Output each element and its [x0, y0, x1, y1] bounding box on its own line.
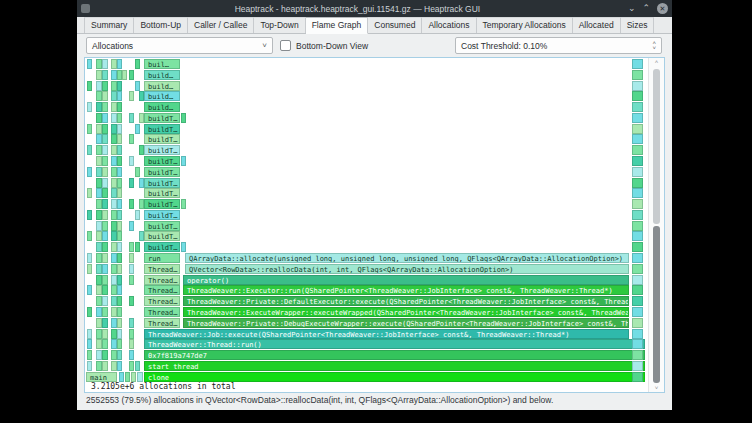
flame-strip[interactable] — [117, 124, 122, 134]
flame-block[interactable]: Thread… — [144, 296, 180, 306]
flame-strip[interactable] — [87, 59, 92, 69]
flame-strip[interactable] — [632, 221, 643, 231]
flame-strip[interactable] — [102, 329, 108, 339]
flame-strip[interactable] — [87, 231, 92, 241]
flame-strip[interactable] — [135, 59, 140, 69]
flame-strip[interactable] — [632, 242, 643, 252]
tab-consumed[interactable]: Consumed — [368, 17, 422, 33]
tab-top-down[interactable]: Top-Down — [254, 17, 305, 33]
maximize-icon[interactable]: ⌃ — [642, 4, 650, 13]
bottom-down-view-checkbox[interactable] — [280, 40, 291, 51]
flame-strip[interactable] — [117, 339, 122, 349]
flame-strip[interactable] — [117, 134, 122, 144]
flame-strip[interactable] — [102, 264, 108, 274]
flame-block[interactable]: clone — [144, 372, 645, 382]
flame-block[interactable]: Thread… — [144, 285, 180, 295]
spinner-arrows-icon[interactable]: ˄ ˅ — [652, 41, 656, 51]
flame-strip[interactable] — [632, 102, 643, 112]
flame-strip[interactable] — [632, 361, 643, 371]
flame-block[interactable]: ThreadWeaver::Executor::run(QSharedPoint… — [183, 285, 629, 295]
flame-strip[interactable] — [102, 102, 108, 112]
tab-caller-callee[interactable]: Caller / Callee — [188, 17, 254, 33]
flame-block[interactable]: 0x7f819a747de7 — [144, 350, 645, 360]
flame-strip[interactable] — [135, 81, 140, 91]
flame-strip[interactable] — [632, 199, 643, 209]
flame-strip[interactable] — [117, 113, 122, 123]
flame-strip[interactable] — [632, 253, 643, 263]
flame-strip[interactable] — [117, 242, 122, 252]
flame-strip[interactable] — [632, 296, 643, 306]
flame-strip[interactable] — [632, 167, 643, 177]
flame-block[interactable]: ThreadWeaver::Private::DefaultExecutor::… — [183, 296, 629, 306]
flame-strip[interactable] — [632, 91, 643, 101]
flame-strip[interactable] — [117, 156, 122, 166]
flame-strip[interactable] — [129, 134, 134, 144]
flame-strip[interactable] — [117, 91, 122, 101]
flame-strip[interactable] — [632, 231, 643, 241]
flame-strip[interactable] — [117, 231, 122, 241]
flame-block[interactable]: buildT… — [144, 242, 180, 252]
flame-strip[interactable] — [102, 145, 108, 155]
flame-strip[interactable] — [129, 91, 134, 101]
flame-block[interactable]: buildT… — [144, 178, 180, 188]
flame-strip[interactable] — [129, 339, 134, 349]
scrollbar-thumb[interactable] — [653, 226, 660, 383]
flame-strip[interactable] — [87, 329, 92, 339]
flame-strip[interactable] — [632, 318, 643, 328]
flame-strip[interactable] — [632, 156, 643, 166]
flame-block[interactable]: main — [86, 372, 117, 382]
flame-strip[interactable] — [181, 242, 186, 252]
flame-strip[interactable] — [131, 372, 136, 382]
flame-block[interactable]: ThreadWeaver::ExecuteWrapper::executeWra… — [183, 307, 629, 317]
flame-strip[interactable] — [102, 307, 108, 317]
tab-summary[interactable]: Summary — [84, 17, 134, 33]
flame-strip[interactable] — [102, 124, 108, 134]
flame-strip[interactable] — [87, 307, 92, 317]
allocation-type-combobox[interactable]: Allocations ˅ — [86, 37, 273, 54]
flame-block[interactable]: buil… — [144, 59, 180, 69]
flame-block[interactable]: buildT… — [144, 124, 180, 134]
flame-strip[interactable] — [129, 361, 134, 371]
flame-strip[interactable] — [87, 264, 92, 274]
flame-strip[interactable] — [117, 350, 122, 360]
cost-threshold-spinbox[interactable]: Cost Threshold: 0.10% ˄ ˅ — [455, 37, 662, 54]
flame-strip[interactable] — [117, 59, 122, 69]
flame-strip[interactable] — [102, 296, 108, 306]
flame-strip[interactable] — [87, 81, 92, 91]
scrollbar-groove[interactable] — [653, 69, 660, 224]
flame-strip[interactable] — [117, 275, 122, 285]
flame-strip[interactable] — [129, 318, 134, 328]
flame-strip[interactable] — [129, 156, 134, 166]
flame-block[interactable]: ThreadWeaver::Thread::run() — [144, 339, 645, 349]
flame-block[interactable]: build… — [144, 70, 180, 80]
flame-block[interactable]: Thread… — [144, 264, 180, 274]
flame-strip[interactable] — [125, 372, 130, 382]
flame-strip[interactable] — [102, 113, 108, 123]
flame-strip[interactable] — [87, 253, 92, 263]
title-bar[interactable]: Heaptrack - heaptrack.heaptrack_gui.1154… — [77, 0, 672, 17]
flame-strip[interactable] — [129, 264, 134, 274]
flame-strip[interactable] — [117, 81, 122, 91]
flame-block[interactable]: build… — [144, 91, 180, 101]
flame-block[interactable]: buildT… — [144, 113, 180, 123]
flame-strip[interactable] — [102, 318, 108, 328]
flame-block[interactable]: start_thread — [144, 361, 645, 371]
flame-block[interactable]: buildT… — [144, 145, 180, 155]
flame-block[interactable]: buildT… — [144, 167, 180, 177]
flame-strip[interactable] — [129, 253, 134, 263]
tab-allocated[interactable]: Allocated — [573, 17, 621, 33]
flame-strip[interactable] — [129, 113, 134, 123]
flame-block[interactable]: QVector<RowData>::reallocData(int, int, … — [185, 264, 629, 274]
flame-strip[interactable] — [102, 167, 108, 177]
flame-graph-canvas[interactable]: 3.2105e+6 allocations in total ˄ ˅ buil…… — [84, 57, 665, 393]
flame-block[interactable]: buildT… — [144, 134, 180, 144]
flame-strip[interactable] — [632, 372, 643, 382]
flame-strip[interactable] — [117, 178, 122, 188]
minimize-icon[interactable]: ⌄ — [628, 4, 636, 13]
flame-strip[interactable] — [102, 285, 108, 295]
scroll-up-icon[interactable]: ˄ — [649, 59, 664, 65]
flame-strip[interactable] — [117, 199, 122, 209]
tab-sizes[interactable]: Sizes — [621, 17, 655, 33]
flame-block[interactable]: Thread… — [144, 318, 180, 328]
flame-strip[interactable] — [87, 124, 92, 134]
